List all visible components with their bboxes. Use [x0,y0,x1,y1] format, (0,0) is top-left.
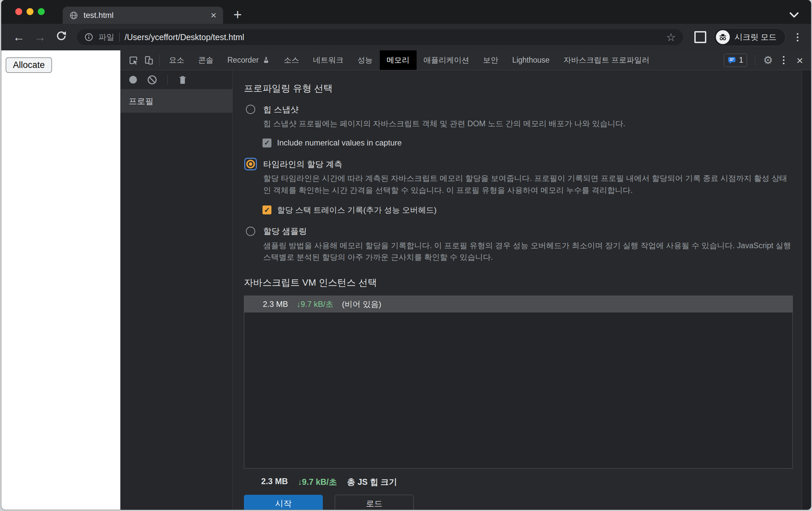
vm-heap-size: 2.3 MB [263,300,288,309]
flask-icon [262,56,270,64]
tab-application[interactable]: 애플리케이션 [416,50,476,70]
inspect-element-icon[interactable] [126,55,141,65]
total-heap-rate: ↓9.7 kB/초 [298,477,337,487]
checkbox-label: 할당 스택 트레이스 기록(추가 성능 오버헤드) [277,205,436,215]
toolbar-divider [167,75,168,85]
zoom-window-button[interactable] [38,8,45,15]
tab-title: test.html [84,10,205,20]
toolbar-divider [755,55,755,66]
reload-button[interactable] [52,30,71,44]
stack-trace-checkbox-row[interactable]: ✓ 할당 스택 트레이스 기록(추가 성능 오버헤드) [262,205,793,215]
tab-lighthouse[interactable]: Lighthouse [505,50,557,70]
settings-gear-icon[interactable]: ⚙ [763,55,773,66]
incognito-icon [716,30,730,44]
incognito-label: 시크릿 모드 [734,32,777,42]
total-heap-label: 총 JS 힙 크기 [347,477,397,487]
issues-bubble-icon [727,56,736,65]
tab-security[interactable]: 보안 [476,50,505,70]
scrollbar-gutter[interactable] [802,70,811,510]
url-text[interactable]: /Users/yceffort/Desktop/test.html [125,32,661,42]
option-allocation-timeline[interactable]: 타임라인의 할당 계측 [244,157,793,171]
vm-instance-note: (비어 있음) [342,299,381,309]
option-description: 샘플링 방법을 사용해 메모리 할당을 기록합니다. 이 프로필 유형의 경우 … [263,240,793,264]
load-button[interactable]: 로드 [335,495,414,510]
option-label: 힙 스냅샷 [263,104,299,115]
browser-menu-button[interactable] [792,33,803,41]
record-profile-button[interactable] [129,76,137,84]
option-label: 할당 샘플링 [263,226,307,237]
back-button[interactable]: ← [9,30,29,44]
address-bar[interactable]: 파일 /Users/yceffort/Desktop/test.html ☆ [77,29,683,45]
profiles-sidebar: 프로필 [121,70,233,510]
option-heap-snapshot[interactable]: 힙 스냅샷 [244,103,793,116]
bookmark-star-icon[interactable]: ☆ [666,32,676,43]
info-icon[interactable] [84,32,93,42]
web-page: Allocate [1,50,120,510]
clear-profiles-icon[interactable] [147,74,157,85]
allocate-button[interactable]: Allocate [6,57,52,73]
radio-allocation-timeline-selected[interactable] [244,158,257,170]
vm-instances-heading: 자바스크립트 VM 인스턴스 선택 [244,276,793,289]
option-label: 타임라인의 할당 계측 [263,159,342,170]
tab-console[interactable]: 콘솔 [191,50,221,70]
file-scheme-chip: 파일 [98,32,114,42]
option-description: 할당 타임라인은 시간에 따라 계측된 자바스크립트 메모리 할당을 보여줍니다… [263,173,793,196]
devtools-panel: 요소 콘솔 Recorder 소스 네트워크 성능 메모리 애플리케이션 보안 … [120,50,811,510]
option-allocation-sampling[interactable]: 할당 샘플링 [244,225,793,238]
action-buttons: 시작 로드 [244,495,793,510]
incognito-badge: 시크릿 모드 [714,28,785,46]
start-button[interactable]: 시작 [244,495,323,510]
content-area: Allocate 요소 콘솔 [1,50,811,510]
tab-close-icon[interactable]: × [210,10,216,20]
issues-count: 1 [739,56,744,65]
tab-recorder-label: Recorder [227,56,259,65]
vm-instance-row-selected[interactable]: 2.3 MB ↓9.7 kB/초 (비어 있음) [244,296,792,312]
trash-icon[interactable] [178,74,187,85]
devtools-body: 프로필 프로파일링 유형 선택 힙 스냅샷 힙 스냅샷 프로필에는 페이지의 자… [121,70,811,510]
new-tab-button[interactable]: + [233,7,242,22]
tab-js-profiler[interactable]: 자바스크립트 프로파일러 [556,50,656,70]
issues-counter[interactable]: 1 [724,54,747,67]
forward-button[interactable]: → [30,30,50,44]
option-description: 힙 스냅샷 프로필에는 페이지의 자바스크립트 객체 및 관련 DOM 노드 간… [263,118,793,129]
profiles-label: 프로필 [128,96,153,107]
tab-memory[interactable]: 메모리 [380,50,416,70]
devtools-tab-bar: 요소 콘솔 Recorder 소스 네트워크 성능 메모리 애플리케이션 보안 … [121,50,811,70]
tab-performance[interactable]: 성능 [351,50,380,70]
profiling-type-heading: 프로파일링 유형 선택 [244,82,793,95]
screenshot-stage: test.html × + ← → 파일 /Users/yceffort/Des… [0,0,812,511]
checkbox-checked-icon[interactable]: ✓ [262,139,271,147]
reload-icon [56,30,67,41]
device-toolbar-icon[interactable] [141,55,156,65]
tab-search-chevron-icon[interactable] [788,11,800,19]
vm-heap-rate: ↓9.7 kB/초 [297,299,334,309]
tab-network[interactable]: 네트워크 [306,50,351,70]
tab-elements[interactable]: 요소 [162,50,191,70]
devtools-menu-button[interactable] [778,56,789,64]
checkbox-label: Include numerical values in capture [277,138,402,147]
browser-window: test.html × + ← → 파일 /Users/yceffort/Des… [1,0,811,510]
browser-tab[interactable]: test.html × [63,7,223,24]
devtools-toolbar-right: 1 ⚙ × [724,54,811,67]
checkbox-checked-icon[interactable]: ✓ [262,206,271,214]
total-heap-row: 2.3 MB ↓9.7 kB/초 총 JS 힙 크기 [244,477,793,487]
tab-strip: test.html × + [1,0,811,24]
vm-instances-table: 2.3 MB ↓9.7 kB/초 (비어 있음) [244,296,793,469]
tab-recorder[interactable]: Recorder [221,50,277,70]
radio-allocation-sampling[interactable] [246,227,255,236]
side-panel-icon[interactable] [694,31,706,43]
tab-sources[interactable]: 소스 [277,50,306,70]
traffic-lights [15,8,45,15]
browser-toolbar: ← → 파일 /Users/yceffort/Desktop/test.html… [1,24,811,50]
numeric-values-checkbox-row[interactable]: ✓ Include numerical values in capture [262,138,793,147]
memory-panel: 프로파일링 유형 선택 힙 스냅샷 힙 스냅샷 프로필에는 페이지의 자바스크립… [233,70,811,510]
close-window-button[interactable] [15,8,22,15]
devtools-close-icon[interactable]: × [794,55,805,66]
toolbar-divider [159,55,160,66]
globe-icon [69,11,78,20]
radio-heap-snapshot[interactable] [246,105,255,114]
omnibox-divider [119,32,120,42]
minimize-window-button[interactable] [27,8,33,15]
profiles-toolbar [121,70,232,89]
sidebar-item-profiles[interactable]: 프로필 [121,89,232,113]
